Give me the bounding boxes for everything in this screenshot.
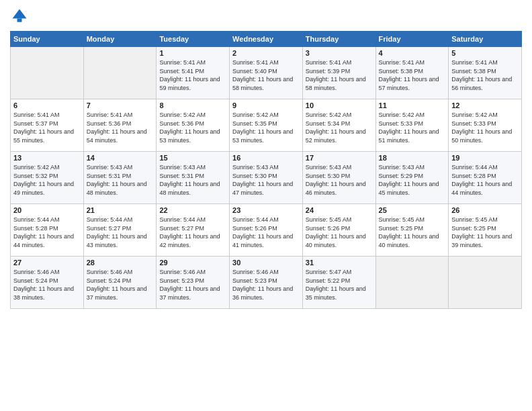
day-number: 8 [159,101,226,109]
day-number: 29 [159,259,226,267]
day-number: 6 [13,101,81,109]
day-number: 23 [232,206,300,214]
day-info: Sunrise: 5:42 AM Sunset: 5:34 PM Dayligh… [306,111,373,144]
calendar-cell: 4Sunrise: 5:41 AM Sunset: 5:38 PM Daylig… [375,47,449,99]
day-info: Sunrise: 5:42 AM Sunset: 5:33 PM Dayligh… [379,111,446,144]
calendar-cell [83,47,157,99]
day-number: 28 [87,259,154,267]
calendar-cell: 2Sunrise: 5:41 AM Sunset: 5:40 PM Daylig… [230,47,303,99]
calendar-cell: 31Sunrise: 5:47 AM Sunset: 5:22 PM Dayli… [302,257,375,309]
day-number: 20 [13,206,81,214]
day-number: 12 [451,101,519,109]
day-info: Sunrise: 5:46 AM Sunset: 5:24 PM Dayligh… [87,268,154,302]
calendar-cell: 27Sunrise: 5:46 AM Sunset: 5:24 PM Dayli… [11,257,84,309]
calendar-week-row: 1Sunrise: 5:41 AM Sunset: 5:41 PM Daylig… [11,47,522,99]
calendar-cell: 1Sunrise: 5:41 AM Sunset: 5:41 PM Daylig… [157,47,230,99]
calendar-week-row: 13Sunrise: 5:42 AM Sunset: 5:32 PM Dayli… [11,152,522,204]
day-number: 31 [306,259,373,267]
day-number: 4 [379,49,446,57]
day-info: Sunrise: 5:44 AM Sunset: 5:27 PM Dayligh… [87,216,154,249]
calendar-cell: 28Sunrise: 5:46 AM Sunset: 5:24 PM Dayli… [83,257,157,309]
day-number: 9 [232,101,300,109]
calendar-cell: 6Sunrise: 5:41 AM Sunset: 5:37 PM Daylig… [11,99,84,152]
calendar-cell: 25Sunrise: 5:45 AM Sunset: 5:25 PM Dayli… [375,204,449,257]
day-info: Sunrise: 5:43 AM Sunset: 5:30 PM Dayligh… [306,163,373,197]
calendar-cell: 7Sunrise: 5:41 AM Sunset: 5:36 PM Daylig… [83,99,157,152]
day-info: Sunrise: 5:47 AM Sunset: 5:22 PM Dayligh… [306,268,373,302]
day-number: 25 [379,206,446,214]
calendar-cell: 3Sunrise: 5:41 AM Sunset: 5:39 PM Daylig… [302,47,375,99]
day-number: 21 [87,206,154,214]
calendar-cell: 29Sunrise: 5:46 AM Sunset: 5:23 PM Dayli… [157,257,230,309]
day-number: 24 [306,206,373,214]
day-number: 27 [13,259,81,267]
day-number: 30 [232,259,300,267]
calendar-cell: 26Sunrise: 5:45 AM Sunset: 5:25 PM Dayli… [449,204,522,257]
day-info: Sunrise: 5:41 AM Sunset: 5:37 PM Dayligh… [13,111,81,144]
calendar-week-row: 6Sunrise: 5:41 AM Sunset: 5:37 PM Daylig… [11,99,522,152]
day-info: Sunrise: 5:43 AM Sunset: 5:30 PM Dayligh… [232,163,300,197]
calendar-cell: 5Sunrise: 5:41 AM Sunset: 5:38 PM Daylig… [449,47,522,99]
calendar-cell: 23Sunrise: 5:44 AM Sunset: 5:26 PM Dayli… [230,204,303,257]
day-number: 19 [451,154,519,162]
calendar-cell: 9Sunrise: 5:42 AM Sunset: 5:35 PM Daylig… [230,99,303,152]
day-info: Sunrise: 5:45 AM Sunset: 5:26 PM Dayligh… [306,216,373,249]
day-info: Sunrise: 5:46 AM Sunset: 5:23 PM Dayligh… [159,268,226,302]
day-number: 18 [379,154,446,162]
day-of-week-header: Monday [83,32,157,47]
day-of-week-header: Friday [375,32,449,47]
logo-icon [10,7,29,26]
day-info: Sunrise: 5:45 AM Sunset: 5:25 PM Dayligh… [379,216,446,249]
day-of-week-header: Tuesday [157,32,230,47]
day-number: 13 [13,154,81,162]
day-number: 2 [232,49,300,57]
calendar-week-row: 20Sunrise: 5:44 AM Sunset: 5:28 PM Dayli… [11,204,522,257]
calendar-cell: 15Sunrise: 5:43 AM Sunset: 5:31 PM Dayli… [157,152,230,204]
calendar-week-row: 27Sunrise: 5:46 AM Sunset: 5:24 PM Dayli… [11,257,522,309]
day-info: Sunrise: 5:45 AM Sunset: 5:25 PM Dayligh… [451,216,519,249]
day-info: Sunrise: 5:42 AM Sunset: 5:33 PM Dayligh… [451,111,519,144]
day-of-week-header: Saturday [449,32,522,47]
day-number: 17 [306,154,373,162]
calendar-cell: 24Sunrise: 5:45 AM Sunset: 5:26 PM Dayli… [302,204,375,257]
day-info: Sunrise: 5:42 AM Sunset: 5:32 PM Dayligh… [13,163,81,197]
day-number: 16 [232,154,300,162]
day-info: Sunrise: 5:46 AM Sunset: 5:24 PM Dayligh… [13,268,81,302]
calendar-cell: 10Sunrise: 5:42 AM Sunset: 5:34 PM Dayli… [302,99,375,152]
header-row: SundayMondayTuesdayWednesdayThursdayFrid… [11,32,522,47]
day-of-week-header: Wednesday [230,32,303,47]
day-number: 26 [451,206,519,214]
day-of-week-header: Sunday [11,32,84,47]
day-number: 15 [159,154,226,162]
day-number: 1 [159,49,226,57]
day-info: Sunrise: 5:44 AM Sunset: 5:28 PM Dayligh… [451,163,519,197]
calendar-cell [449,257,522,309]
day-number: 11 [379,101,446,109]
calendar-cell: 21Sunrise: 5:44 AM Sunset: 5:27 PM Dayli… [83,204,157,257]
day-number: 10 [306,101,373,109]
calendar-cell: 16Sunrise: 5:43 AM Sunset: 5:30 PM Dayli… [230,152,303,204]
day-info: Sunrise: 5:42 AM Sunset: 5:35 PM Dayligh… [232,111,300,144]
calendar-cell: 19Sunrise: 5:44 AM Sunset: 5:28 PM Dayli… [449,152,522,204]
calendar-cell: 14Sunrise: 5:43 AM Sunset: 5:31 PM Dayli… [83,152,157,204]
day-number: 7 [87,101,154,109]
day-info: Sunrise: 5:41 AM Sunset: 5:41 PM Dayligh… [159,58,226,92]
day-info: Sunrise: 5:43 AM Sunset: 5:31 PM Dayligh… [159,163,226,197]
calendar-cell: 18Sunrise: 5:43 AM Sunset: 5:29 PM Dayli… [375,152,449,204]
day-info: Sunrise: 5:43 AM Sunset: 5:29 PM Dayligh… [379,163,446,197]
svg-marker-0 [13,9,27,19]
calendar-cell: 11Sunrise: 5:42 AM Sunset: 5:33 PM Dayli… [375,99,449,152]
calendar-cell: 20Sunrise: 5:44 AM Sunset: 5:28 PM Dayli… [11,204,84,257]
day-number: 3 [306,49,373,57]
day-info: Sunrise: 5:44 AM Sunset: 5:27 PM Dayligh… [159,216,226,249]
day-info: Sunrise: 5:41 AM Sunset: 5:38 PM Dayligh… [379,58,446,92]
day-number: 14 [87,154,154,162]
day-number: 5 [451,49,519,57]
calendar-cell: 8Sunrise: 5:42 AM Sunset: 5:36 PM Daylig… [157,99,230,152]
svg-rect-1 [17,19,22,22]
calendar-table: SundayMondayTuesdayWednesdayThursdayFrid… [10,31,522,309]
calendar-cell [11,47,84,99]
day-of-week-header: Thursday [302,32,375,47]
calendar-cell: 13Sunrise: 5:42 AM Sunset: 5:32 PM Dayli… [11,152,84,204]
day-info: Sunrise: 5:42 AM Sunset: 5:36 PM Dayligh… [159,111,226,144]
